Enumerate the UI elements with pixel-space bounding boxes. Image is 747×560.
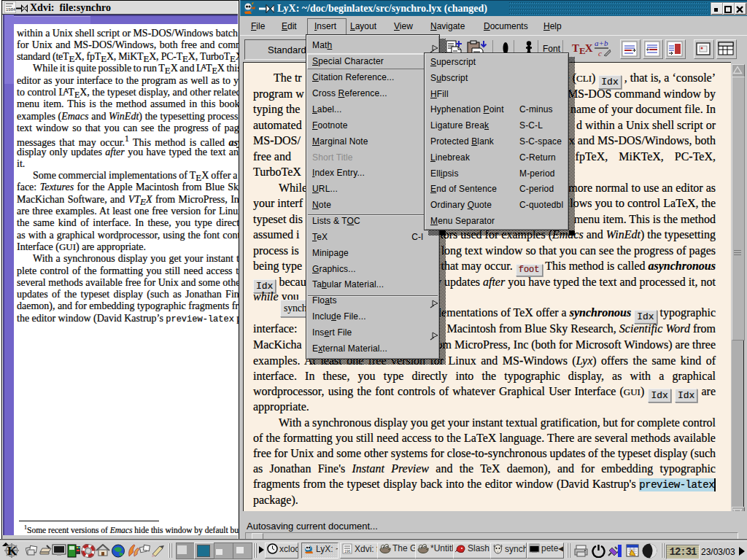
svg-text:1984: 1984 [6,7,16,12]
svg-text:196: 196 [344,549,351,553]
svg-text:a+b: a+b [595,39,608,47]
svg-text:c: c [598,49,602,58]
svg-text:K: K [7,544,18,558]
